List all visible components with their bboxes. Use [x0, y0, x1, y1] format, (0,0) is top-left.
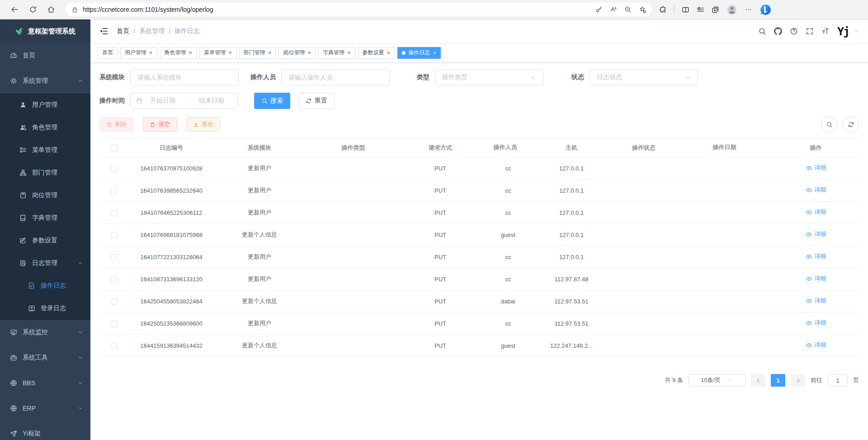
- tab-menu-mgmt[interactable]: 菜单管理×: [199, 47, 236, 59]
- browser-refresh-icon[interactable]: [29, 5, 37, 14]
- table-search-button[interactable]: [821, 116, 837, 132]
- breadcrumb-home[interactable]: 首页: [117, 27, 129, 35]
- next-page-button[interactable]: [791, 374, 805, 387]
- detail-link[interactable]: 详细: [806, 164, 826, 172]
- row-checkbox[interactable]: [111, 343, 117, 349]
- detail-link[interactable]: 详细: [806, 341, 826, 349]
- export-button[interactable]: 导出: [186, 117, 220, 132]
- module-input[interactable]: [130, 69, 239, 85]
- profile-avatar[interactable]: [726, 4, 737, 15]
- date-range-input[interactable]: 开始日期 - 结束日期: [130, 93, 238, 109]
- row-checkbox[interactable]: [111, 321, 117, 327]
- sidebar-item-post-mgmt[interactable]: 岗位管理: [0, 184, 90, 207]
- delete-button[interactable]: 删除: [99, 117, 133, 132]
- col-date[interactable]: 操作日期: [682, 138, 773, 157]
- read-aloud-icon[interactable]: [610, 6, 617, 13]
- split-screen-icon[interactable]: [682, 6, 689, 14]
- close-icon[interactable]: ×: [149, 50, 153, 56]
- sidebar-item-role-mgmt[interactable]: 角色管理: [0, 116, 90, 139]
- tab-user-mgmt[interactable]: 用户管理×: [120, 47, 157, 59]
- sidebar-item-login-log[interactable]: 登录日志: [0, 297, 90, 320]
- password-key-icon[interactable]: [595, 6, 603, 13]
- detail-link[interactable]: 详细: [806, 297, 826, 305]
- add-favorite-icon[interactable]: [639, 6, 646, 14]
- text-size-icon[interactable]: [821, 27, 830, 35]
- tab-post-mgmt[interactable]: 岗位管理×: [278, 47, 316, 59]
- sidebar-item-system-mgmt[interactable]: 系统管理: [0, 68, 90, 94]
- reset-button[interactable]: 重置: [298, 93, 335, 109]
- sidebar-item-system-monitor[interactable]: 系统监控: [0, 320, 90, 345]
- sidebar-item-home[interactable]: 首页: [0, 43, 90, 68]
- sidebar-item-menu-mgmt[interactable]: 菜单管理: [0, 139, 90, 161]
- clear-button[interactable]: 清空: [143, 117, 177, 132]
- sidebar-item-param-settings[interactable]: 参数设置: [0, 229, 90, 252]
- current-page-button[interactable]: 1: [771, 374, 785, 387]
- sidebar-item-oper-log[interactable]: 操作日志: [0, 274, 90, 297]
- url-bar[interactable]: https://ccnetcore.com:1101/system/log/op…: [65, 3, 653, 17]
- close-icon[interactable]: ×: [387, 50, 391, 56]
- sidebar-item-dept-mgmt[interactable]: 部门管理: [0, 161, 90, 184]
- type-select[interactable]: 操作类型: [435, 69, 543, 85]
- zoom-out-icon[interactable]: [624, 6, 632, 13]
- sidebar-item-log-mgmt[interactable]: 日志管理: [0, 252, 90, 274]
- sort-carets[interactable]: [739, 144, 742, 152]
- close-icon[interactable]: ×: [433, 50, 436, 56]
- tab-param-settings[interactable]: 参数设置×: [358, 47, 395, 59]
- row-checkbox[interactable]: [111, 276, 117, 283]
- sidebar-item-user-mgmt[interactable]: 用户管理: [0, 94, 90, 116]
- header-search-icon[interactable]: [758, 27, 766, 35]
- page-size-select[interactable]: 10条/页: [689, 374, 745, 387]
- sidebar-item-dict-mgmt[interactable]: 字典管理: [0, 207, 90, 229]
- favorites-icon[interactable]: [697, 6, 704, 14]
- tab-dict-mgmt[interactable]: 字典管理×: [318, 47, 355, 59]
- sidebar-item-erp[interactable]: ERP: [0, 396, 90, 421]
- row-checkbox[interactable]: [111, 188, 117, 194]
- tab-dept-mgmt[interactable]: 部门管理×: [239, 47, 276, 59]
- row-checkbox[interactable]: [111, 166, 117, 172]
- lock-icon[interactable]: [71, 6, 78, 13]
- fullscreen-icon[interactable]: [806, 27, 814, 35]
- collections-icon[interactable]: [712, 6, 719, 14]
- detail-link[interactable]: 详细: [806, 252, 826, 260]
- detail-link[interactable]: 详细: [806, 230, 826, 238]
- prev-page-button[interactable]: [751, 374, 765, 387]
- help-icon[interactable]: [790, 27, 798, 35]
- sidebar-item-yi-framework[interactable]: Yi框架: [0, 421, 90, 440]
- table-refresh-button[interactable]: [843, 116, 859, 132]
- detail-link[interactable]: 详细: [806, 208, 826, 216]
- select-all-checkbox[interactable]: [111, 145, 117, 151]
- sidebar-item-system-tools[interactable]: 系统工具: [0, 345, 90, 370]
- cell-method: PUT: [402, 335, 479, 357]
- tab-role-mgmt[interactable]: 角色管理×: [160, 47, 197, 59]
- tab-home[interactable]: 首页: [98, 47, 118, 59]
- more-options-icon[interactable]: [745, 6, 752, 14]
- search-button[interactable]: 搜索: [254, 93, 290, 109]
- row-checkbox[interactable]: [111, 232, 117, 238]
- bing-chat-icon[interactable]: [760, 4, 772, 16]
- detail-link[interactable]: 详细: [806, 186, 826, 194]
- close-icon[interactable]: ×: [189, 50, 193, 56]
- sidebar-item-bbs[interactable]: BBS: [0, 370, 90, 396]
- operator-input[interactable]: [281, 69, 390, 85]
- row-checkbox[interactable]: [111, 298, 117, 305]
- status-select[interactable]: 日志状态: [590, 69, 698, 85]
- avatar-caret-icon[interactable]: [854, 29, 859, 34]
- detail-link[interactable]: 详细: [806, 274, 826, 283]
- user-avatar-logo[interactable]: Yj: [837, 25, 849, 38]
- detail-link[interactable]: 详细: [806, 319, 826, 327]
- close-icon[interactable]: ×: [347, 50, 351, 56]
- extensions-icon[interactable]: [659, 6, 667, 14]
- close-icon[interactable]: ×: [268, 50, 272, 56]
- close-icon[interactable]: ×: [307, 50, 311, 56]
- sort-carets[interactable]: [519, 144, 523, 152]
- row-checkbox[interactable]: [111, 254, 117, 260]
- sidebar-toggle-icon[interactable]: [99, 27, 108, 36]
- goto-page-input[interactable]: [828, 374, 848, 387]
- back-arrow-icon[interactable]: [10, 5, 19, 14]
- github-icon[interactable]: [774, 27, 782, 35]
- col-operator[interactable]: 操作人员: [479, 138, 538, 157]
- row-checkbox[interactable]: [111, 210, 117, 216]
- close-icon[interactable]: ×: [228, 50, 232, 56]
- tab-oper-log[interactable]: 操作日志×: [397, 47, 441, 59]
- browser-home-icon[interactable]: [47, 5, 55, 14]
